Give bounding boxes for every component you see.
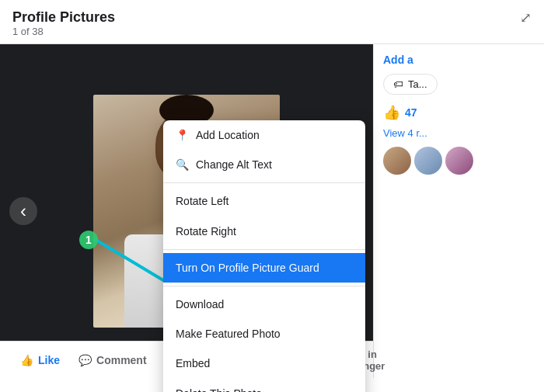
svg-text:1: 1	[85, 234, 92, 246]
avatar-1	[383, 147, 411, 175]
menu-item-change-alt-text[interactable]: 🔍Change Alt Text	[163, 150, 365, 179]
comment-button[interactable]: 💬 Comment	[71, 349, 155, 371]
make-featured-label: Make Featured Photo	[176, 327, 281, 341]
download-label: Download	[176, 297, 224, 311]
embed-label: Embed	[176, 356, 210, 370]
menu-item-rotate-right[interactable]: Rotate Right	[163, 217, 365, 246]
avatar-2	[414, 147, 442, 175]
reaction-count: 47	[405, 106, 417, 119]
prev-photo-button[interactable]: ‹	[9, 197, 37, 225]
rotate-left-label: Rotate Left	[176, 194, 229, 208]
menu-divider-3	[163, 249, 365, 250]
menu-item-rotate-left[interactable]: Rotate Left	[163, 186, 365, 216]
change-alt-text-label: Change Alt Text	[196, 158, 272, 172]
turn-on-guard-label: Turn On Profile Picture Guard	[176, 261, 319, 275]
add-location-icon: 📍	[176, 128, 188, 142]
page-header: Profile Pictures 1 of 38 ⤢	[0, 0, 544, 44]
menu-item-embed[interactable]: Embed	[163, 349, 365, 378]
menu-item-download[interactable]: Download	[163, 290, 365, 319]
context-menu: 📍Add Location🔍Change Alt TextRotate Left…	[163, 120, 365, 392]
change-alt-text-icon: 🔍	[176, 158, 188, 172]
reaction-thumbs-icon: 👍	[383, 104, 400, 121]
like-button[interactable]: 👍 Like	[12, 349, 68, 371]
tag-label: Ta...	[408, 78, 427, 90]
menu-item-make-featured[interactable]: Make Featured Photo	[163, 319, 365, 349]
comment-label: Comment	[96, 354, 147, 366]
view-more-link[interactable]: View 4 r...	[383, 127, 535, 139]
add-comment-prompt[interactable]: Add a	[383, 54, 535, 66]
tag-icon: 🏷	[393, 78, 403, 90]
tag-button[interactable]: 🏷 Ta...	[383, 74, 438, 95]
reactions-row: 👍 47	[383, 104, 535, 121]
like-icon: 👍	[20, 354, 33, 366]
right-sidebar: Add a 🏷 Ta... 👍 47 View 4 r...	[373, 44, 544, 378]
like-label: Like	[38, 354, 60, 366]
page-subtitle: 1 of 38	[12, 26, 115, 37]
delete-photo-label: Delete This Photo	[176, 387, 262, 393]
comment-icon: 💬	[78, 354, 92, 366]
avatar-3	[445, 147, 473, 175]
menu-item-add-location[interactable]: 📍Add Location	[163, 120, 365, 150]
menu-item-turn-on-guard[interactable]: Turn On Profile Picture Guard	[163, 253, 365, 283]
menu-divider-4	[163, 286, 365, 286]
menu-item-delete-photo[interactable]: Delete This Photo	[163, 379, 365, 393]
avatars-row	[383, 147, 535, 175]
page-title: Profile Pictures	[12, 9, 115, 26]
rotate-right-label: Rotate Right	[176, 224, 236, 238]
header-left: Profile Pictures 1 of 38	[12, 9, 115, 37]
add-location-label: Add Location	[196, 128, 260, 142]
expand-icon[interactable]: ⤢	[520, 9, 532, 26]
menu-divider-1	[163, 182, 365, 183]
